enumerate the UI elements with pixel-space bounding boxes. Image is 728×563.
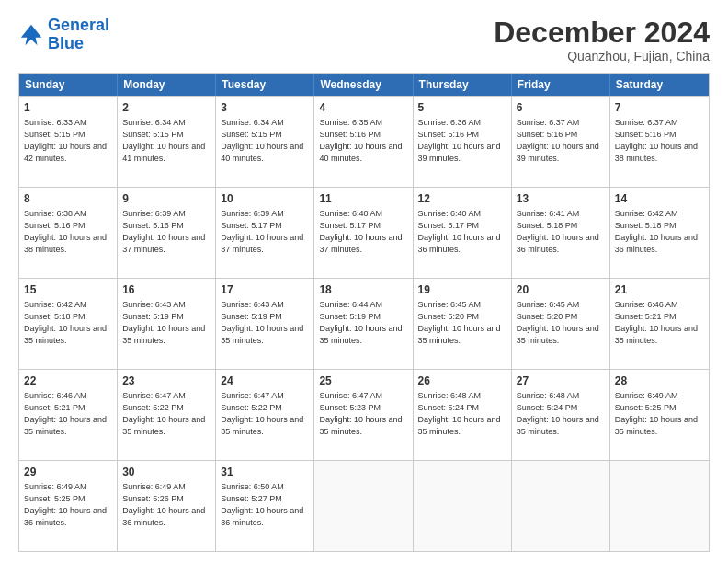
cell-info: Sunrise: 6:36 AMSunset: 5:16 PMDaylight:… — [418, 118, 501, 162]
day-number: 22 — [24, 373, 112, 388]
calendar-week-5: 29 Sunrise: 6:49 AMSunset: 5:25 PMDaylig… — [19, 460, 709, 551]
cell-info: Sunrise: 6:49 AMSunset: 5:25 PMDaylight:… — [615, 391, 698, 435]
calendar-cell: 13 Sunrise: 6:41 AMSunset: 5:18 PMDaylig… — [512, 188, 610, 278]
day-number: 25 — [319, 373, 407, 388]
cell-info: Sunrise: 6:40 AMSunset: 5:17 PMDaylight:… — [319, 209, 402, 253]
calendar-cell: 1 Sunrise: 6:33 AMSunset: 5:15 PMDayligh… — [19, 97, 118, 187]
day-number: 31 — [221, 465, 309, 479]
calendar-header: Sunday Monday Tuesday Wednesday Thursday… — [19, 74, 709, 96]
day-number: 13 — [517, 191, 605, 206]
calendar-cell: 11 Sunrise: 6:40 AMSunset: 5:17 PMDaylig… — [314, 188, 413, 278]
day-number: 14 — [615, 191, 704, 206]
calendar-cell: 26 Sunrise: 6:48 AMSunset: 5:24 PMDaylig… — [414, 370, 512, 460]
calendar-cell — [414, 461, 512, 551]
cell-info: Sunrise: 6:35 AMSunset: 5:16 PMDaylight:… — [319, 118, 402, 162]
cell-info: Sunrise: 6:47 AMSunset: 5:23 PMDaylight:… — [319, 391, 402, 435]
svg-marker-0 — [21, 25, 41, 45]
calendar-cell: 14 Sunrise: 6:42 AMSunset: 5:18 PMDaylig… — [610, 188, 709, 278]
header-sunday: Sunday — [19, 74, 118, 96]
calendar-cell: 10 Sunrise: 6:39 AMSunset: 5:17 PMDaylig… — [216, 188, 314, 278]
calendar-cell: 8 Sunrise: 6:38 AMSunset: 5:16 PMDayligh… — [19, 188, 118, 278]
header-wednesday: Wednesday — [314, 74, 413, 96]
calendar: Sunday Monday Tuesday Wednesday Thursday… — [18, 73, 710, 552]
day-number: 20 — [517, 282, 605, 297]
calendar-cell: 2 Sunrise: 6:34 AMSunset: 5:15 PMDayligh… — [118, 97, 216, 187]
header-thursday: Thursday — [414, 74, 512, 96]
cell-info: Sunrise: 6:41 AMSunset: 5:18 PMDaylight:… — [517, 209, 599, 253]
calendar-week-3: 15 Sunrise: 6:42 AMSunset: 5:18 PMDaylig… — [19, 278, 709, 369]
day-number: 4 — [319, 100, 407, 115]
page: General Blue December 2024 Quanzhou, Fuj… — [0, 0, 728, 563]
month-title: December 2024 — [494, 17, 710, 49]
day-number: 1 — [24, 100, 112, 115]
cell-info: Sunrise: 6:37 AMSunset: 5:16 PMDaylight:… — [615, 118, 698, 162]
day-number: 2 — [122, 100, 210, 115]
cell-info: Sunrise: 6:43 AMSunset: 5:19 PMDaylight:… — [221, 300, 303, 344]
logo-icon — [18, 22, 44, 48]
day-number: 18 — [319, 282, 407, 297]
day-number: 28 — [615, 373, 704, 388]
cell-info: Sunrise: 6:38 AMSunset: 5:16 PMDaylight:… — [24, 209, 107, 253]
cell-info: Sunrise: 6:34 AMSunset: 5:15 PMDaylight:… — [221, 118, 303, 162]
calendar-week-1: 1 Sunrise: 6:33 AMSunset: 5:15 PMDayligh… — [19, 96, 709, 187]
calendar-week-2: 8 Sunrise: 6:38 AMSunset: 5:16 PMDayligh… — [19, 187, 709, 278]
day-number: 12 — [418, 191, 506, 206]
calendar-cell: 23 Sunrise: 6:47 AMSunset: 5:22 PMDaylig… — [118, 370, 216, 460]
calendar-cell: 19 Sunrise: 6:45 AMSunset: 5:20 PMDaylig… — [414, 279, 512, 369]
day-number: 23 — [122, 373, 210, 388]
calendar-cell: 15 Sunrise: 6:42 AMSunset: 5:18 PMDaylig… — [19, 279, 118, 369]
day-number: 3 — [221, 100, 309, 115]
calendar-cell: 6 Sunrise: 6:37 AMSunset: 5:16 PMDayligh… — [512, 97, 610, 187]
calendar-cell: 29 Sunrise: 6:49 AMSunset: 5:25 PMDaylig… — [19, 461, 118, 551]
cell-info: Sunrise: 6:43 AMSunset: 5:19 PMDaylight:… — [122, 300, 205, 344]
day-number: 7 — [615, 100, 704, 115]
day-number: 8 — [24, 191, 112, 206]
header: General Blue December 2024 Quanzhou, Fuj… — [18, 17, 710, 63]
calendar-cell: 5 Sunrise: 6:36 AMSunset: 5:16 PMDayligh… — [414, 97, 512, 187]
calendar-cell: 20 Sunrise: 6:45 AMSunset: 5:20 PMDaylig… — [512, 279, 610, 369]
day-number: 10 — [221, 191, 309, 206]
calendar-cell: 18 Sunrise: 6:44 AMSunset: 5:19 PMDaylig… — [314, 279, 413, 369]
calendar-cell: 22 Sunrise: 6:46 AMSunset: 5:21 PMDaylig… — [19, 370, 118, 460]
calendar-cell: 3 Sunrise: 6:34 AMSunset: 5:15 PMDayligh… — [216, 97, 314, 187]
cell-info: Sunrise: 6:33 AMSunset: 5:15 PMDaylight:… — [24, 118, 107, 162]
calendar-cell: 24 Sunrise: 6:47 AMSunset: 5:22 PMDaylig… — [216, 370, 314, 460]
calendar-cell — [512, 461, 610, 551]
header-friday: Friday — [512, 74, 610, 96]
cell-info: Sunrise: 6:42 AMSunset: 5:18 PMDaylight:… — [615, 209, 698, 253]
cell-info: Sunrise: 6:48 AMSunset: 5:24 PMDaylight:… — [418, 391, 501, 435]
cell-info: Sunrise: 6:37 AMSunset: 5:16 PMDaylight:… — [517, 118, 599, 162]
title-block: December 2024 Quanzhou, Fujian, China — [494, 17, 710, 63]
header-saturday: Saturday — [610, 74, 709, 96]
calendar-cell: 27 Sunrise: 6:48 AMSunset: 5:24 PMDaylig… — [512, 370, 610, 460]
day-number: 24 — [221, 373, 309, 388]
cell-info: Sunrise: 6:46 AMSunset: 5:21 PMDaylight:… — [24, 391, 107, 435]
day-number: 11 — [319, 191, 407, 206]
day-number: 6 — [517, 100, 605, 115]
day-number: 27 — [517, 373, 605, 388]
day-number: 5 — [418, 100, 506, 115]
cell-info: Sunrise: 6:45 AMSunset: 5:20 PMDaylight:… — [517, 300, 599, 344]
day-number: 21 — [615, 282, 704, 297]
logo-text: General Blue — [48, 17, 109, 53]
cell-info: Sunrise: 6:40 AMSunset: 5:17 PMDaylight:… — [418, 209, 501, 253]
calendar-cell: 7 Sunrise: 6:37 AMSunset: 5:16 PMDayligh… — [610, 97, 709, 187]
day-number: 29 — [24, 465, 112, 479]
calendar-cell: 4 Sunrise: 6:35 AMSunset: 5:16 PMDayligh… — [314, 97, 413, 187]
cell-info: Sunrise: 6:48 AMSunset: 5:24 PMDaylight:… — [517, 391, 599, 435]
header-monday: Monday — [118, 74, 216, 96]
cell-info: Sunrise: 6:39 AMSunset: 5:16 PMDaylight:… — [122, 209, 205, 253]
calendar-body: 1 Sunrise: 6:33 AMSunset: 5:15 PMDayligh… — [19, 96, 709, 551]
location-subtitle: Quanzhou, Fujian, China — [494, 49, 710, 63]
cell-info: Sunrise: 6:49 AMSunset: 5:25 PMDaylight:… — [24, 482, 107, 526]
calendar-cell: 17 Sunrise: 6:43 AMSunset: 5:19 PMDaylig… — [216, 279, 314, 369]
calendar-cell: 25 Sunrise: 6:47 AMSunset: 5:23 PMDaylig… — [314, 370, 413, 460]
calendar-cell: 9 Sunrise: 6:39 AMSunset: 5:16 PMDayligh… — [118, 188, 216, 278]
calendar-cell: 12 Sunrise: 6:40 AMSunset: 5:17 PMDaylig… — [414, 188, 512, 278]
day-number: 9 — [122, 191, 210, 206]
cell-info: Sunrise: 6:45 AMSunset: 5:20 PMDaylight:… — [418, 300, 501, 344]
header-tuesday: Tuesday — [216, 74, 314, 96]
day-number: 30 — [122, 465, 210, 479]
cell-info: Sunrise: 6:47 AMSunset: 5:22 PMDaylight:… — [221, 391, 303, 435]
cell-info: Sunrise: 6:47 AMSunset: 5:22 PMDaylight:… — [122, 391, 205, 435]
